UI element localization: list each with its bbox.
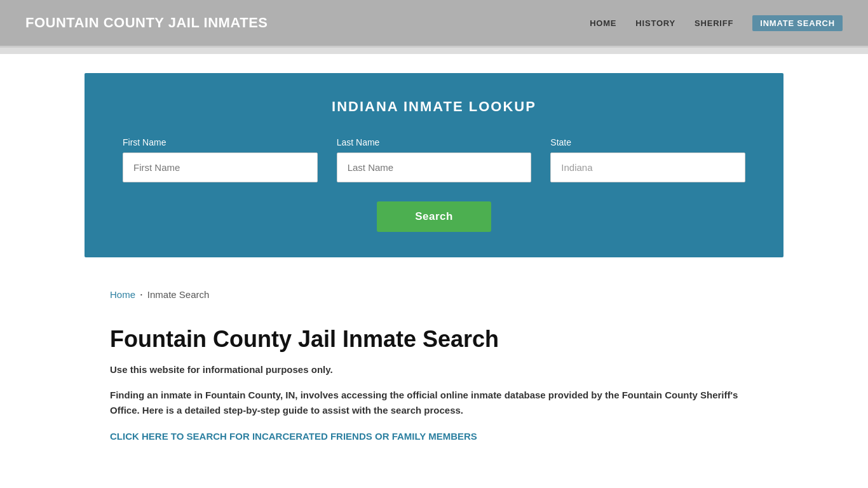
breadcrumb-separator: • (140, 292, 142, 297)
search-widget-title: INDIANA INMATE LOOKUP (123, 98, 745, 115)
breadcrumb: Home • Inmate Search (110, 289, 758, 300)
state-label: State (550, 137, 745, 147)
nav-item-sheriff[interactable]: SHERIFF (695, 18, 733, 28)
header-bar (0, 48, 868, 54)
search-btn-container: Search (123, 201, 745, 232)
state-field-group: State (550, 137, 745, 182)
state-input[interactable] (550, 152, 745, 182)
first-name-field-group: First Name (123, 137, 318, 182)
first-name-label: First Name (123, 137, 318, 147)
page-subtitle: Use this website for informational purpo… (110, 364, 758, 375)
search-widget: INDIANA INMATE LOOKUP First Name Last Na… (85, 73, 783, 257)
site-title: FOUNTAIN COUNTY JAIL INMATES (25, 15, 268, 31)
last-name-field-group: Last Name (337, 137, 532, 182)
search-button[interactable]: Search (377, 201, 491, 232)
nav-item-history[interactable]: HISTORY (635, 18, 675, 28)
last-name-input[interactable] (337, 152, 532, 182)
first-name-input[interactable] (123, 152, 318, 182)
main-nav: HOME HISTORY SHERIFF INMATE SEARCH (590, 15, 843, 31)
page-title: Fountain County Jail Inmate Search (110, 325, 758, 353)
breadcrumb-home-link[interactable]: Home (110, 289, 135, 300)
page-description: Finding an inmate in Fountain County, IN… (110, 388, 758, 418)
breadcrumb-current: Inmate Search (147, 289, 210, 300)
nav-item-inmate-search[interactable]: INMATE SEARCH (752, 15, 843, 31)
last-name-label: Last Name (337, 137, 532, 147)
search-fields: First Name Last Name State (123, 137, 745, 182)
site-header: FOUNTAIN COUNTY JAIL INMATES HOME HISTOR… (0, 0, 868, 48)
cta-link[interactable]: CLICK HERE to Search for Incarcerated Fr… (110, 431, 477, 442)
main-content: Home • Inmate Search Fountain County Jai… (85, 276, 783, 468)
nav-item-home[interactable]: HOME (590, 18, 616, 28)
